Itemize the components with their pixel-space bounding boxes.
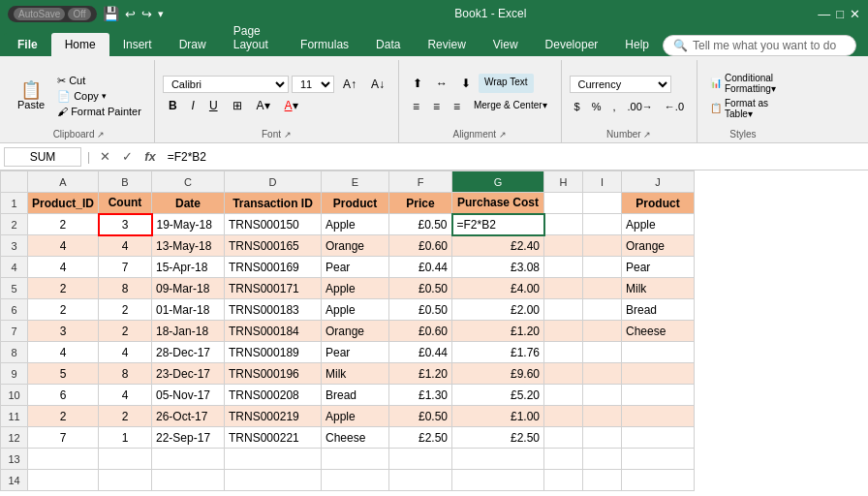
- align-middle-button[interactable]: ↔: [430, 74, 453, 93]
- cell-i6[interactable]: [583, 299, 622, 321]
- decrease-font-icon[interactable]: A↓: [365, 76, 390, 93]
- increase-decimal-button[interactable]: .00→: [623, 98, 658, 115]
- row-num-12[interactable]: 12: [1, 427, 28, 449]
- cell-e4[interactable]: Pear: [322, 257, 389, 278]
- cell-j1[interactable]: Product: [622, 193, 695, 214]
- cell-b13[interactable]: [99, 449, 152, 470]
- confirm-formula-button[interactable]: ✓: [118, 147, 137, 166]
- formula-input[interactable]: [164, 148, 864, 166]
- cell-f4[interactable]: £0.44: [389, 257, 452, 278]
- cell-d4[interactable]: TRNS000169: [225, 257, 322, 278]
- cell-j6[interactable]: Bread: [622, 299, 695, 321]
- cell-f2[interactable]: £0.50: [389, 214, 452, 235]
- cell-b9[interactable]: 8: [99, 363, 152, 385]
- cell-a13[interactable]: [28, 449, 99, 470]
- cell-g7[interactable]: £1.20: [452, 321, 544, 342]
- cell-g8[interactable]: £1.76: [452, 342, 544, 363]
- cell-h6[interactable]: [544, 299, 583, 321]
- row-num-10[interactable]: 10: [1, 385, 28, 406]
- align-bottom-button[interactable]: ⬇: [455, 74, 477, 93]
- row-num-3[interactable]: 3: [1, 235, 28, 257]
- cell-h9[interactable]: [544, 363, 583, 385]
- cell-i12[interactable]: [583, 427, 622, 449]
- cell-i10[interactable]: [583, 385, 622, 406]
- tab-developer[interactable]: Developer: [532, 33, 612, 56]
- cell-i5[interactable]: [583, 278, 622, 299]
- col-header-g[interactable]: G: [452, 171, 544, 193]
- fx-button[interactable]: fx: [140, 147, 160, 166]
- cell-c10[interactable]: 05-Nov-17: [152, 385, 225, 406]
- cell-a8[interactable]: 4: [28, 342, 99, 363]
- tab-insert[interactable]: Insert: [109, 33, 166, 56]
- cell-e13[interactable]: [322, 449, 389, 470]
- cell-h7[interactable]: [544, 321, 583, 342]
- cell-j2[interactable]: Apple: [622, 214, 695, 235]
- cell-g14[interactable]: [452, 470, 544, 491]
- cell-f1[interactable]: Price: [389, 193, 452, 214]
- minimize-btn[interactable]: —: [818, 7, 830, 21]
- cell-d8[interactable]: TRNS000189: [225, 342, 322, 363]
- cell-b3[interactable]: 4: [99, 235, 152, 257]
- cell-j8[interactable]: [622, 342, 695, 363]
- cell-g12[interactable]: £2.50: [452, 427, 544, 449]
- col-header-h[interactable]: H: [544, 171, 583, 193]
- name-box[interactable]: [4, 147, 81, 167]
- cell-c9[interactable]: 23-Dec-17: [152, 363, 225, 385]
- cell-c5[interactable]: 09-Mar-18: [152, 278, 225, 299]
- cell-b11[interactable]: 2: [99, 406, 152, 427]
- font-expand[interactable]: ↗: [284, 130, 292, 140]
- window-controls[interactable]: — □ ✕: [818, 7, 860, 21]
- row-num-13[interactable]: 13: [1, 449, 28, 470]
- cell-a5[interactable]: 2: [28, 278, 99, 299]
- cell-f14[interactable]: [389, 470, 452, 491]
- cell-c14[interactable]: [152, 470, 225, 491]
- cell-h5[interactable]: [544, 278, 583, 299]
- cell-f12[interactable]: £2.50: [389, 427, 452, 449]
- tab-page-layout[interactable]: Page Layout: [220, 19, 287, 56]
- currency-button[interactable]: $: [570, 98, 585, 115]
- copy-button[interactable]: 📄 Copy ▾: [52, 89, 146, 104]
- cell-a10[interactable]: 6: [28, 385, 99, 406]
- cell-e11[interactable]: Apple: [322, 406, 389, 427]
- conditional-formatting-button[interactable]: 📊 ConditionalFormatting▾: [705, 72, 781, 95]
- cell-h3[interactable]: [544, 235, 583, 257]
- cell-c4[interactable]: 15-Apr-18: [152, 257, 225, 278]
- col-header-j[interactable]: J: [622, 171, 695, 193]
- row-num-8[interactable]: 8: [1, 342, 28, 363]
- cell-j10[interactable]: [622, 385, 695, 406]
- cell-d5[interactable]: TRNS000171: [225, 278, 322, 299]
- cell-j14[interactable]: [622, 470, 695, 491]
- cell-a14[interactable]: [28, 470, 99, 491]
- cell-g13[interactable]: [452, 449, 544, 470]
- cell-i2[interactable]: [583, 214, 622, 235]
- cell-j5[interactable]: Milk: [622, 278, 695, 299]
- cell-e14[interactable]: [322, 470, 389, 491]
- cell-f7[interactable]: £0.60: [389, 321, 452, 342]
- cell-h14[interactable]: [544, 470, 583, 491]
- cell-b12[interactable]: 1: [99, 427, 152, 449]
- align-right-button[interactable]: ≡: [448, 97, 466, 116]
- cell-a9[interactable]: 5: [28, 363, 99, 385]
- align-top-button[interactable]: ⬆: [407, 74, 428, 93]
- row-num-9[interactable]: 9: [1, 363, 28, 385]
- row-num-11[interactable]: 11: [1, 406, 28, 427]
- cell-i4[interactable]: [583, 257, 622, 278]
- merge-center-button[interactable]: Merge & Center▾: [468, 97, 553, 116]
- cell-d3[interactable]: TRNS000165: [225, 235, 322, 257]
- cell-f9[interactable]: £1.20: [389, 363, 452, 385]
- row-num-2[interactable]: 2: [1, 214, 28, 235]
- cell-g5[interactable]: £4.00: [452, 278, 544, 299]
- cell-e10[interactable]: Bread: [322, 385, 389, 406]
- cell-a11[interactable]: 2: [28, 406, 99, 427]
- save-icon[interactable]: 💾: [103, 6, 119, 21]
- cell-e7[interactable]: Orange: [322, 321, 389, 342]
- cell-d7[interactable]: TRNS000184: [225, 321, 322, 342]
- number-format-select[interactable]: Currency: [570, 76, 671, 93]
- cell-i1[interactable]: [583, 193, 622, 214]
- cell-c11[interactable]: 26-Oct-17: [152, 406, 225, 427]
- cell-h12[interactable]: [544, 427, 583, 449]
- cell-d10[interactable]: TRNS000208: [225, 385, 322, 406]
- italic-button[interactable]: I: [186, 97, 201, 114]
- alignment-expand[interactable]: ↗: [499, 130, 507, 140]
- cell-b7[interactable]: 2: [99, 321, 152, 342]
